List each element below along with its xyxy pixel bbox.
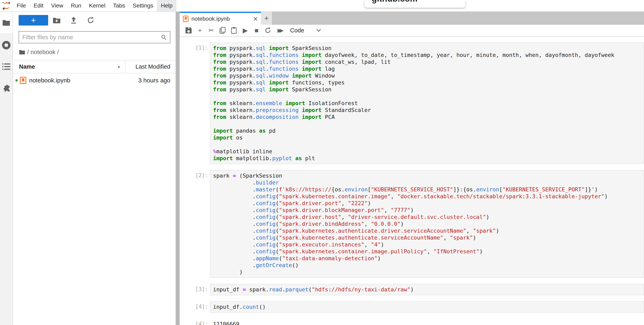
run-icon: ▶ <box>243 27 248 34</box>
fast-forward-icon: ▶▶ <box>278 28 281 33</box>
tab-title: notebook.ipynb <box>192 16 250 22</box>
menu-view[interactable]: View <box>47 0 67 11</box>
menu-help[interactable]: Help <box>157 0 176 11</box>
menu-edit[interactable]: Edit <box>30 0 47 11</box>
menu-run[interactable]: Run <box>67 0 85 11</box>
cell-input-editor[interactable]: spark = (SparkSession .builder .master(f… <box>210 170 644 278</box>
upload-button[interactable] <box>65 15 82 26</box>
list-icon <box>2 63 10 70</box>
tab-bar: notebook.ipynb × + <box>180 12 644 25</box>
code-cell-4: [4]: input_df.count() <box>180 301 644 313</box>
plus-icon: + <box>198 27 202 34</box>
folder-icon <box>2 19 10 26</box>
notebook-panel: notebook.ipynb × + + ✂ <box>180 12 644 325</box>
sidebar-tab-file-browser[interactable] <box>0 12 12 33</box>
puzzle-icon <box>2 84 10 92</box>
file-browser-toolbar: + <box>13 12 176 28</box>
upload-icon <box>70 17 77 24</box>
stackable-logo-icon <box>2 1 11 10</box>
new-folder-icon <box>53 17 60 23</box>
column-header-name[interactable]: Name ▲ <box>13 60 126 73</box>
chevron-down-icon <box>316 27 321 32</box>
stop-kernel-button[interactable]: ■ <box>251 26 262 35</box>
refresh-icon <box>87 17 94 24</box>
restart-kernel-button[interactable] <box>262 26 274 35</box>
paste-icon <box>231 27 237 34</box>
restart-icon <box>265 27 271 34</box>
cell-input-prompt: [4]: <box>180 301 210 313</box>
cell-input-prompt: [2]: <box>180 170 210 278</box>
code-cell-1: [1]: from pyspark.sql import SparkSessio… <box>180 43 644 164</box>
notebook-icon <box>183 16 188 22</box>
code-cell-3: [3]: input_df = spark.read.parquet("hdfs… <box>180 284 644 295</box>
file-list-header: Name ▲ Last Modified <box>13 60 176 73</box>
new-tab-button[interactable]: + <box>261 12 272 25</box>
file-filter-input[interactable] <box>22 34 161 41</box>
scissors-icon: ✂ <box>208 27 214 34</box>
copy-cell-button[interactable] <box>217 26 228 35</box>
cell-input-prompt: [1]: <box>180 43 210 164</box>
save-button[interactable] <box>183 26 194 35</box>
breadcrumb-path[interactable]: / notebook / <box>27 49 59 56</box>
cell-type-dropdown[interactable]: Code <box>290 27 320 34</box>
cell-input-editor[interactable]: input_df.count() <box>210 301 644 313</box>
sidebar-tab-extensions[interactable] <box>0 77 12 99</box>
code-cell-2: [2]: spark = (SparkSession .builder .mas… <box>180 170 644 278</box>
cell-input-editor[interactable]: input_df = spark.read.parquet("hdfs://hd… <box>210 284 644 295</box>
notebook-icon <box>20 77 26 84</box>
left-sidebar <box>0 12 13 325</box>
menu-bar: File Edit View Run Kernel Tabs Settings … <box>0 0 644 12</box>
cell-input-prompt: [3]: <box>180 284 210 295</box>
menu-file[interactable]: File <box>13 0 30 11</box>
file-browser-panel: + <box>13 12 176 325</box>
app-logo <box>0 0 13 11</box>
menu-kernel[interactable]: Kernel <box>85 0 109 11</box>
tab-notebook[interactable]: notebook.ipynb × <box>180 12 261 25</box>
stop-circle-icon <box>2 41 11 50</box>
stop-icon: ■ <box>254 27 258 34</box>
panel-splitter[interactable] <box>176 12 180 325</box>
new-folder-button[interactable] <box>48 15 65 26</box>
sidebar-tab-running-kernels[interactable] <box>0 35 12 56</box>
notebook-content: [1]: from pyspark.sql import SparkSessio… <box>180 37 644 325</box>
breadcrumb: / notebook / <box>13 43 176 60</box>
popup-site-label: github.com <box>372 0 418 4</box>
close-icon[interactable]: × <box>253 15 258 23</box>
new-launcher-button[interactable]: + <box>18 15 48 26</box>
cell-type-value: Code <box>290 27 304 34</box>
paste-cell-button[interactable] <box>228 26 240 35</box>
save-icon <box>185 27 192 34</box>
cell-input-editor[interactable]: from pyspark.sql import SparkSessionfrom… <box>210 43 644 164</box>
browser-popup: github.com <box>364 0 466 8</box>
cell-output-prompt: [4]: <box>180 319 210 325</box>
menu-tabs[interactable]: Tabs <box>109 0 129 11</box>
cut-cell-button[interactable]: ✂ <box>206 26 217 35</box>
refresh-button[interactable] <box>82 15 99 26</box>
menu-settings[interactable]: Settings <box>129 0 157 11</box>
sort-ascending-icon: ▲ <box>117 65 120 69</box>
sidebar-tab-table-of-contents[interactable] <box>0 56 12 77</box>
copy-icon <box>220 27 226 34</box>
file-name: notebook.ipynb <box>29 77 125 84</box>
cell-output-text: 12106669 <box>210 319 644 325</box>
notebook-toolbar: + ✂ ▶ ■ ▶▶ <box>180 25 644 37</box>
file-row-notebook[interactable]: notebook.ipynb 3 hours ago <box>13 73 176 88</box>
insert-cell-button[interactable]: + <box>194 26 206 35</box>
file-modified: 3 hours ago <box>125 77 176 84</box>
run-cell-button[interactable]: ▶ <box>240 26 251 35</box>
folder-icon[interactable] <box>19 50 25 55</box>
run-all-button[interactable]: ▶▶ <box>274 26 285 35</box>
column-header-last-modified[interactable]: Last Modified <box>126 63 176 70</box>
search-icon <box>161 34 167 40</box>
output-cell-4: [4]: 12106669 <box>180 319 644 325</box>
kernel-running-dot <box>16 79 18 82</box>
file-filter-box <box>18 31 170 43</box>
